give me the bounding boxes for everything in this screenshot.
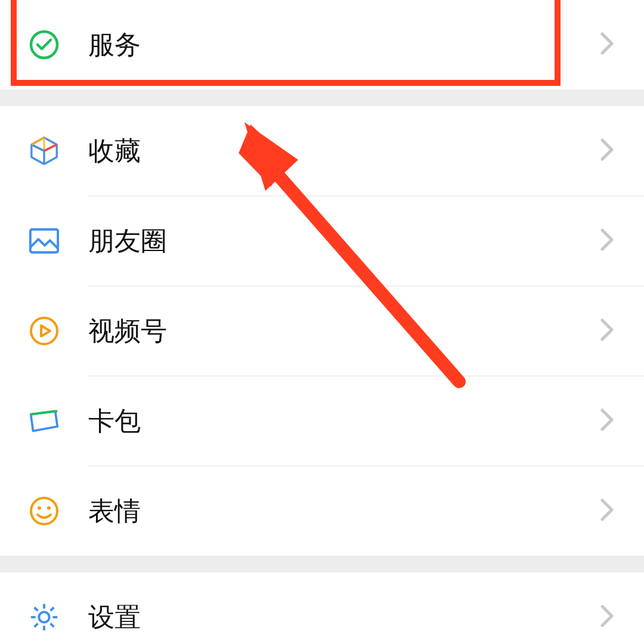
- chevron-right-icon: [599, 407, 615, 435]
- section-gap: [0, 89, 644, 106]
- section-gap: [0, 556, 644, 572]
- menu-group-3: 设置: [0, 572, 644, 644]
- wechat-pay-icon: [29, 29, 60, 60]
- svg-point-2: [31, 318, 57, 344]
- menu-item-moments[interactable]: 朋友圈: [0, 196, 644, 286]
- menu-group-2: 收藏 朋友圈 视频号: [0, 106, 644, 556]
- menu-item-cards[interactable]: 卡包: [0, 376, 644, 466]
- chevron-right-icon: [599, 30, 615, 59]
- menu-item-services[interactable]: 服务: [0, 0, 644, 89]
- play-icon: [29, 315, 60, 346]
- menu-item-label: 表情: [88, 494, 599, 529]
- menu-item-favorites[interactable]: 收藏: [0, 106, 644, 196]
- smile-icon: [29, 496, 60, 527]
- image-icon: [29, 225, 60, 256]
- chevron-right-icon: [599, 227, 615, 255]
- cube-icon: [29, 135, 60, 166]
- svg-point-5: [47, 506, 51, 510]
- menu-item-stickers[interactable]: 表情: [0, 466, 644, 556]
- gear-icon: [29, 602, 60, 633]
- chevron-right-icon: [599, 603, 615, 631]
- menu-group-1: 服务: [0, 0, 644, 89]
- menu-item-channels[interactable]: 视频号: [0, 286, 644, 376]
- menu-item-label: 视频号: [88, 314, 599, 349]
- svg-point-6: [39, 612, 49, 622]
- menu-item-settings[interactable]: 设置: [0, 572, 644, 644]
- card-icon: [29, 405, 60, 436]
- svg-point-3: [31, 498, 57, 524]
- menu-item-label: 卡包: [88, 404, 599, 439]
- svg-rect-1: [30, 230, 58, 253]
- chevron-right-icon: [599, 497, 615, 525]
- menu-item-label: 朋友圈: [88, 224, 599, 259]
- svg-point-4: [38, 506, 41, 510]
- menu-item-label: 收藏: [88, 134, 599, 169]
- menu-item-label: 设置: [88, 600, 599, 635]
- chevron-right-icon: [599, 137, 615, 165]
- chevron-right-icon: [599, 317, 615, 345]
- menu-item-label: 服务: [88, 27, 599, 63]
